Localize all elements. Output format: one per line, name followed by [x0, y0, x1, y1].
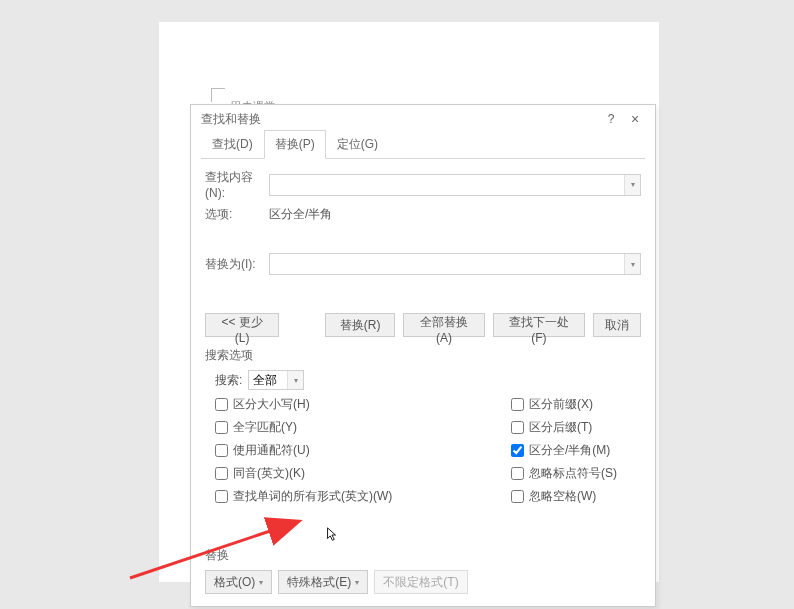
format-button[interactable]: 格式(O)▾ [205, 570, 272, 594]
search-direction-label: 搜索: [215, 372, 242, 389]
search-options-label: 搜索选项 [191, 343, 655, 368]
options-value: 区分全/半角 [269, 206, 332, 223]
replace-all-button[interactable]: 全部替换(A) [403, 313, 485, 337]
help-button[interactable]: ? [599, 109, 623, 129]
find-what-input[interactable] [269, 174, 641, 196]
checkbox-column-left: 区分大小写(H) 全字匹配(Y) 使用通配符(U) 同音(英文)(K) 查找单词… [215, 396, 511, 505]
search-direction-select[interactable] [248, 370, 304, 390]
checkbox-match-case[interactable]: 区分大小写(H) [215, 396, 511, 413]
checkbox-full-half-width[interactable]: 区分全/半角(M) [511, 442, 641, 459]
find-next-button[interactable]: 查找下一处(F) [493, 313, 585, 337]
special-format-button[interactable]: 特殊格式(E)▾ [278, 570, 368, 594]
checkbox-match-suffix[interactable]: 区分后缀(T) [511, 419, 641, 436]
margin-corner [211, 88, 225, 102]
chevron-down-icon: ▾ [259, 578, 263, 587]
checkbox-sounds-like[interactable]: 同音(英文)(K) [215, 465, 511, 482]
chevron-down-icon: ▾ [355, 578, 359, 587]
close-button[interactable]: × [623, 109, 647, 129]
checkbox-ignore-punct[interactable]: 忽略标点符号(S) [511, 465, 641, 482]
find-what-label: 查找内容(N): [205, 169, 269, 200]
find-replace-dialog: 查找和替换 ? × 查找(D) 替换(P) 定位(G) 查找内容(N): ▾ 选… [190, 104, 656, 607]
checkbox-all-word-forms[interactable]: 查找单词的所有形式(英文)(W) [215, 488, 511, 505]
replace-with-label: 替换为(I): [205, 256, 269, 273]
checkbox-ignore-space[interactable]: 忽略空格(W) [511, 488, 641, 505]
less-button[interactable]: << 更少(L) [205, 313, 279, 337]
checkbox-wildcards[interactable]: 使用通配符(U) [215, 442, 511, 459]
options-label: 选项: [205, 206, 269, 223]
replace-with-input[interactable] [269, 253, 641, 275]
checkbox-whole-word[interactable]: 全字匹配(Y) [215, 419, 511, 436]
checkbox-match-prefix[interactable]: 区分前缀(X) [511, 396, 641, 413]
dialog-title: 查找和替换 [201, 111, 599, 128]
tab-find[interactable]: 查找(D) [201, 130, 264, 158]
tab-replace[interactable]: 替换(P) [264, 130, 326, 159]
dialog-tabs: 查找(D) 替换(P) 定位(G) [201, 133, 645, 159]
checkbox-column-right: 区分前缀(X) 区分后缀(T) 区分全/半角(M) 忽略标点符号(S) 忽略空格… [511, 396, 641, 505]
cancel-button[interactable]: 取消 [593, 313, 641, 337]
replace-button[interactable]: 替换(R) [325, 313, 395, 337]
replace-section-label: 替换 [205, 547, 641, 564]
no-formatting-button[interactable]: 不限定格式(T) [374, 570, 467, 594]
tab-goto[interactable]: 定位(G) [326, 130, 389, 158]
dialog-titlebar[interactable]: 查找和替换 ? × [191, 105, 655, 133]
